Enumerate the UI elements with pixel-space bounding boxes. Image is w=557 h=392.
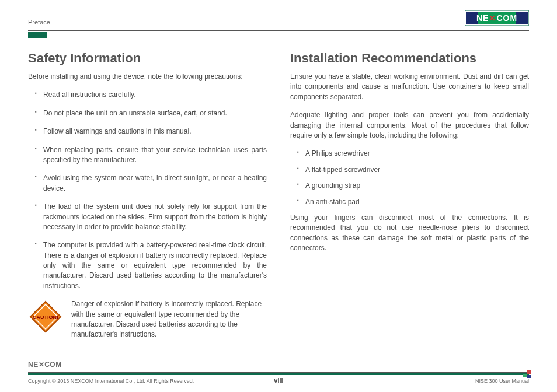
list-item: A flat-tipped screwdriver bbox=[297, 165, 529, 175]
right-column: Installation Recommendations Ensure you … bbox=[290, 51, 529, 340]
safety-bullets: Read all instructions carefully. Do not … bbox=[35, 90, 267, 291]
svg-text:NE✕COM: NE✕COM bbox=[476, 13, 517, 23]
section-label: Preface bbox=[28, 19, 50, 28]
brand-logo: NE✕COM bbox=[465, 10, 529, 28]
list-item: Avoid using the system near water, in di… bbox=[35, 173, 267, 194]
list-item: When replacing parts, ensure that your s… bbox=[35, 145, 267, 166]
list-item: An anti-static pad bbox=[297, 197, 529, 207]
list-item: A grounding strap bbox=[297, 181, 529, 191]
install-para1: Ensure you have a stable, clean working … bbox=[290, 72, 529, 102]
list-item: Follow all warnings and cautions in this… bbox=[35, 127, 267, 136]
tools-list: A Philips screwdriver A flat-tipped scre… bbox=[297, 149, 529, 207]
left-column: Safety Information Before installing and… bbox=[28, 51, 267, 340]
list-item: Do not place the unit on an unstable sur… bbox=[35, 108, 267, 118]
safety-intro: Before installing and using the device, … bbox=[28, 72, 267, 82]
page-header: Preface NE✕COM bbox=[28, 10, 529, 28]
caution-text: Danger of explosion if battery is incorr… bbox=[71, 299, 267, 340]
svg-text:CAUTION!: CAUTION! bbox=[33, 314, 58, 320]
caution-block: CAUTION! Danger of explosion if battery … bbox=[28, 299, 267, 340]
list-item: The load of the system unit does not sol… bbox=[35, 202, 267, 232]
install-para2: Adequate lighting and proper tools can p… bbox=[290, 110, 529, 141]
install-para3: Using your fingers can disconnect most o… bbox=[290, 213, 529, 254]
page-number: viii bbox=[0, 377, 557, 384]
list-item: A Philips screwdriver bbox=[297, 149, 529, 159]
svg-rect-3 bbox=[516, 12, 528, 24]
content-columns: Safety Information Before installing and… bbox=[28, 51, 529, 340]
svg-rect-10 bbox=[527, 370, 531, 374]
caution-icon: CAUTION! bbox=[28, 299, 63, 337]
header-rule bbox=[28, 30, 529, 31]
footer-rule bbox=[28, 372, 529, 375]
svg-text:NE✕COM: NE✕COM bbox=[28, 360, 62, 369]
list-item: The computer is provided with a battery-… bbox=[35, 240, 267, 291]
install-heading: Installation Recommendations bbox=[290, 51, 529, 66]
accent-bar bbox=[28, 32, 47, 38]
list-item: Read all instructions carefully. bbox=[35, 90, 267, 100]
footer-logo: NE✕COM bbox=[28, 360, 529, 371]
safety-heading: Safety Information bbox=[28, 51, 267, 66]
